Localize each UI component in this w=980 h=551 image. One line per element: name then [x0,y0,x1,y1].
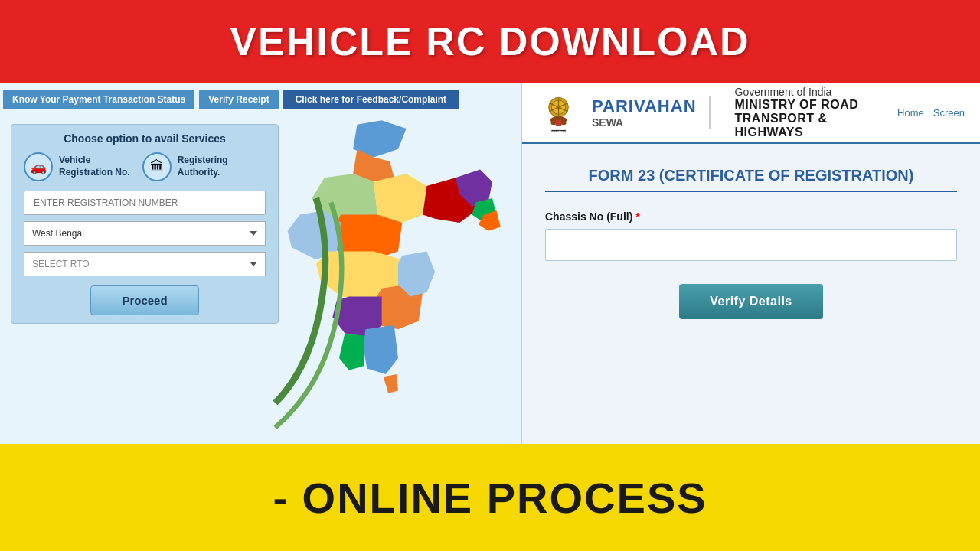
nav-links: Home Screen [897,107,965,119]
gov-line2: MINISTRY OF ROAD TRANSPORT & HIGHWAYS [735,98,886,139]
payment-status-button[interactable]: Know Your Payment Transaction Status [3,90,194,109]
chassis-label: Chassis No (Full) * [545,210,957,223]
chassis-input[interactable] [545,229,957,261]
parivahan-brand: PARIVAHAN SEWA [592,96,710,129]
tn-region [364,325,398,374]
form-title: FORM 23 (CERTIFICATE OF REGISTRATION) [545,167,957,192]
main-area: Know Your Payment Transaction Status Ver… [0,83,980,444]
vehicle-icon: 🚗 [24,152,53,181]
option-row: 🚗 VehicleRegistration No. 🏛 RegisteringA… [24,152,266,181]
svg-point-8 [550,122,556,125]
rto-select[interactable]: SELECT RTO [24,252,266,276]
up-region [374,174,427,223]
parivahan-logo: सत्यमेव जयते [537,90,580,135]
kerala-region [339,334,365,370]
gov-line1: Government of India [735,86,886,98]
parivahan-header: सत्यमेव जयते PARIVAHAN SEWA Government o… [522,83,980,144]
india-map-area [268,116,522,444]
svg-rect-10 [556,119,561,125]
bottom-text: - ONLINE PROCESS [273,473,707,523]
right-panel: सत्यमेव जयते PARIVAHAN SEWA Government o… [522,83,980,444]
bottom-bar: - ONLINE PROCESS [0,444,980,551]
india-map-svg [268,116,522,444]
button-row: Know Your Payment Transaction Status Ver… [0,83,521,116]
reg-authority-option[interactable]: 🏛 RegisteringAuthority. [142,152,228,181]
gov-info: Government of India MINISTRY OF ROAD TRA… [723,86,886,139]
brand-name: PARIVAHAN [592,96,697,116]
odisha-region [398,252,435,297]
feedback-button[interactable]: Click here for Feedback/Complaint [283,90,459,109]
authority-icon: 🏛 [142,152,172,181]
verify-receipt-button[interactable]: Verify Receipt [199,90,278,109]
proceed-button[interactable]: Proceed [90,285,198,315]
page-title: VEHICLE RC DOWNLOAD [230,18,750,64]
ashoka-emblem: सत्यमेव जयते [537,92,580,134]
srilanka [384,374,398,393]
state-select[interactable]: West Bengal [24,221,266,246]
services-title: Choose option to avail Services [24,132,266,145]
registration-number-input[interactable] [24,191,266,215]
reg-authority-label: RegisteringAuthority. [178,155,228,178]
brand-sub: SEWA [592,116,697,129]
left-panel: Know Your Payment Transaction Status Ver… [0,83,522,444]
vehicle-reg-label: VehicleRegistration No. [59,155,130,178]
services-box: Choose option to avail Services 🚗 Vehicl… [11,124,279,324]
verify-details-button[interactable]: Verify Details [679,284,823,319]
top-header: VEHICLE RC DOWNLOAD [0,0,980,83]
svg-point-9 [560,122,566,125]
screen-link[interactable]: Screen [933,107,965,119]
home-link[interactable]: Home [897,107,924,119]
svg-text:सत्यमेव जयते: सत्यमेव जयते [550,129,566,133]
vehicle-reg-option[interactable]: 🚗 VehicleRegistration No. [24,152,130,181]
form-area: FORM 23 (CERTIFICATE OF REGISTRATION) Ch… [522,144,980,444]
